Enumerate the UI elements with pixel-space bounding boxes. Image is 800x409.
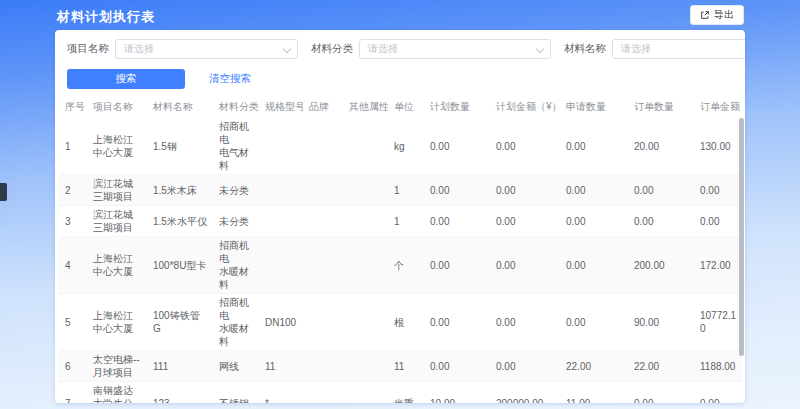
material-name-select[interactable]: 请选择 bbox=[612, 39, 745, 59]
table-cell: 123 bbox=[147, 382, 213, 404]
table-cell: 200000.00 bbox=[490, 382, 560, 404]
table-cell: 1 bbox=[388, 175, 424, 206]
table-cell: * bbox=[259, 382, 303, 404]
table-cell: 3 bbox=[59, 206, 87, 237]
column-header: 序号 bbox=[59, 96, 87, 118]
table-cell bbox=[343, 351, 388, 382]
table-cell: 0.00 bbox=[424, 294, 490, 351]
table-cell: 11 bbox=[259, 351, 303, 382]
materials-table-wrap: 序号项目名称材料名称材料分类规格型号品牌其他属性单位计划数量计划金额（¥）申请数… bbox=[55, 96, 745, 403]
table-cell: 0.00 bbox=[560, 294, 628, 351]
table-cell: 0.00 bbox=[490, 294, 560, 351]
content-card: 项目名称 请选择 材料分类 请选择 材料名称 请选择 搜索 清空搜索 bbox=[55, 30, 745, 403]
column-header: 项目名称 bbox=[87, 96, 147, 118]
table-cell: 0.00 bbox=[560, 118, 628, 175]
table-body: 1上海松江中心大厦1.5钢招商机电 电气材料kg0.000.000.0020.0… bbox=[59, 118, 743, 403]
table-cell: kg bbox=[388, 118, 424, 175]
sidebar-collapse-handle[interactable] bbox=[0, 183, 7, 201]
table-cell: 0.00 bbox=[560, 175, 628, 206]
table-cell: 0.00 bbox=[694, 175, 743, 206]
table-header-row: 序号项目名称材料名称材料分类规格型号品牌其他属性单位计划数量计划金额（¥）申请数… bbox=[59, 96, 743, 118]
table-cell: 0.00 bbox=[490, 351, 560, 382]
project-name-label: 项目名称 bbox=[67, 42, 109, 56]
table-cell: 个 bbox=[388, 237, 424, 294]
category-select-placeholder: 请选择 bbox=[368, 42, 398, 56]
table-cell: 米重 bbox=[388, 382, 424, 404]
project-name-select[interactable]: 请选择 bbox=[115, 39, 298, 59]
page-title: 材料计划执行表 bbox=[57, 8, 155, 26]
table-cell bbox=[303, 237, 343, 294]
table-row: 3滨江花城三期项目1.5米水平仪未分类10.000.000.000.000.00 bbox=[59, 206, 743, 237]
table-cell bbox=[343, 237, 388, 294]
filter-category: 材料分类 请选择 bbox=[311, 39, 551, 59]
vertical-scrollbar[interactable] bbox=[739, 118, 744, 356]
table-cell: 172.00 bbox=[694, 237, 743, 294]
table-row: 7南钢盛达大学生公寓新建123不锈钢*米重10.00200000.0011.00… bbox=[59, 382, 743, 404]
filter-bar: 项目名称 请选择 材料分类 请选择 材料名称 请选择 bbox=[55, 30, 745, 63]
material-category-select[interactable]: 请选择 bbox=[359, 39, 551, 59]
table-cell bbox=[343, 118, 388, 175]
column-header: 其他属性 bbox=[343, 96, 388, 118]
table-cell: 100*8U型卡 bbox=[147, 237, 213, 294]
column-header: 材料名称 bbox=[147, 96, 213, 118]
table-row: 6太空电梯--月球项目111网线11110.000.0022.0022.0011… bbox=[59, 351, 743, 382]
table-cell: 不锈钢 bbox=[213, 382, 259, 404]
table-cell: 网线 bbox=[213, 351, 259, 382]
table-cell bbox=[259, 237, 303, 294]
table-cell: 10772.10 bbox=[694, 294, 743, 351]
table-cell: 1.5米木床 bbox=[147, 175, 213, 206]
column-header: 材料分类 bbox=[213, 96, 259, 118]
table-cell: 1 bbox=[59, 118, 87, 175]
chevron-down-icon bbox=[536, 45, 544, 53]
table-cell: 根 bbox=[388, 294, 424, 351]
table-cell bbox=[303, 118, 343, 175]
project-select-placeholder: 请选择 bbox=[124, 42, 154, 56]
column-header: 单位 bbox=[388, 96, 424, 118]
top-header-bar: 材料计划执行表 导出 bbox=[0, 0, 800, 30]
table-cell: 0.00 bbox=[424, 206, 490, 237]
search-button[interactable]: 搜索 bbox=[67, 69, 185, 89]
table-row: 1上海松江中心大厦1.5钢招商机电 电气材料kg0.000.000.0020.0… bbox=[59, 118, 743, 175]
materials-table: 序号项目名称材料名称材料分类规格型号品牌其他属性单位计划数量计划金额（¥）申请数… bbox=[59, 96, 743, 403]
table-cell: 上海松江中心大厦 bbox=[87, 237, 147, 294]
material-name-label: 材料名称 bbox=[564, 42, 606, 56]
filter-material: 材料名称 请选择 bbox=[564, 39, 745, 59]
table-row: 2滨江花城三期项目1.5米木床未分类10.000.000.000.000.00 bbox=[59, 175, 743, 206]
table-cell bbox=[303, 206, 343, 237]
table-cell: 111 bbox=[147, 351, 213, 382]
clear-search-button[interactable]: 清空搜索 bbox=[209, 72, 251, 86]
table-cell: 0.00 bbox=[490, 175, 560, 206]
material-category-label: 材料分类 bbox=[311, 42, 353, 56]
table-cell bbox=[303, 175, 343, 206]
column-header: 申请数量 bbox=[560, 96, 628, 118]
table-cell: 22.00 bbox=[560, 351, 628, 382]
table-cell: 0.00 bbox=[490, 237, 560, 294]
table-cell: 11 bbox=[388, 351, 424, 382]
table-cell: 0.00 bbox=[560, 237, 628, 294]
table-cell: 0.00 bbox=[560, 206, 628, 237]
table-cell: 1 bbox=[388, 206, 424, 237]
table-cell bbox=[343, 382, 388, 404]
column-header: 计划数量 bbox=[424, 96, 490, 118]
table-cell: 1.5钢 bbox=[147, 118, 213, 175]
filter-project: 项目名称 请选择 bbox=[67, 39, 298, 59]
table-cell: DN100 bbox=[259, 294, 303, 351]
table-cell: 7 bbox=[59, 382, 87, 404]
table-cell: 0.00 bbox=[424, 175, 490, 206]
table-cell: 0.00 bbox=[628, 206, 694, 237]
table-cell: 10.00 bbox=[424, 382, 490, 404]
export-icon bbox=[700, 10, 710, 20]
table-cell: 0.00 bbox=[628, 175, 694, 206]
chevron-down-icon bbox=[283, 45, 291, 53]
table-cell: 滨江花城三期项目 bbox=[87, 175, 147, 206]
table-cell: 1188.00 bbox=[694, 351, 743, 382]
table-cell: 1.5米水平仪 bbox=[147, 206, 213, 237]
table-cell: 2 bbox=[59, 175, 87, 206]
table-cell: 滨江花城三期项目 bbox=[87, 206, 147, 237]
export-button[interactable]: 导出 bbox=[690, 5, 744, 25]
table-cell bbox=[303, 351, 343, 382]
table-cell: 太空电梯--月球项目 bbox=[87, 351, 147, 382]
table-cell: 0.00 bbox=[424, 237, 490, 294]
table-cell: 200.00 bbox=[628, 237, 694, 294]
table-cell: 招商机电 水暖材料 bbox=[213, 237, 259, 294]
